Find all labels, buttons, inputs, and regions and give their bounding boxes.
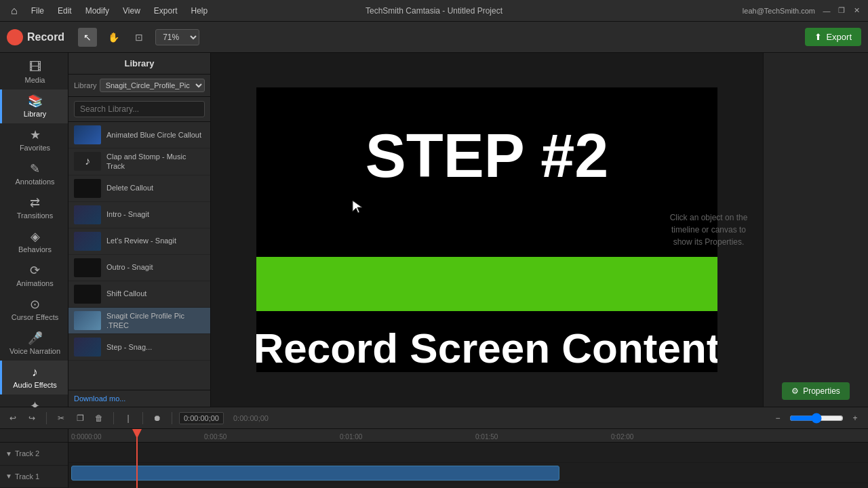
library-item-8-thumb (74, 311, 101, 330)
ruler-mark-3: 0:01:50 (475, 433, 498, 441)
sidebar-item-media[interactable]: 🎞 Media (0, 56, 68, 89)
ruler-mark-2: 0:01:00 (340, 433, 362, 441)
canvas-area: STEP #2 Record Screen Content Click an o… (211, 53, 763, 407)
sidebar-item-cursor-effects[interactable]: ⊙ Cursor Effects (0, 293, 68, 327)
media-icon: 🎞 (29, 61, 41, 73)
library-search-input[interactable] (74, 101, 205, 117)
timeline-labels: ▼ Track 2 ▼ Track 1 (0, 429, 68, 488)
redo-button[interactable]: ↪ (24, 411, 39, 426)
library-panel: Library Library Snagit_Circle_Profile_Pi… (68, 53, 211, 407)
library-item-9-thumb (74, 338, 101, 357)
sidebar-item-favorites[interactable]: ★ Favorites (0, 123, 68, 157)
menu-item-home-icon[interactable]: ⌂ (5, 3, 23, 18)
undo-button[interactable]: ↩ (5, 411, 20, 426)
export-icon: ⬆ (814, 32, 822, 42)
canvas-bg: STEP #2 Record Screen Content (256, 87, 717, 372)
record-label: Record (27, 31, 64, 43)
titlebar: ⌂ File Edit Modify View Export Help Tech… (0, 0, 868, 22)
timeline-zoom-slider[interactable] (789, 413, 844, 424)
record-button[interactable]: ⏺ (150, 411, 165, 426)
export-button[interactable]: ⬆ Export (805, 28, 861, 46)
library-item-7-thumb (74, 285, 101, 304)
behaviors-icon: ◈ (31, 230, 40, 243)
canvas-green-bar (256, 257, 717, 311)
split-button[interactable]: | (121, 411, 136, 426)
delete-button[interactable]: 🗑 (92, 411, 106, 426)
library-item-4[interactable]: Intro - Snagit (68, 202, 210, 228)
crop-tool-button[interactable]: ⊡ (130, 28, 149, 47)
sidebar: 🎞 Media 📚 Library ★ Favorites ✎ Annotati… (0, 53, 68, 407)
properties-button[interactable]: ⚙ Properties (782, 382, 850, 400)
sidebar-item-library[interactable]: 📚 Library (0, 89, 68, 123)
cursor-effects-icon: ⊙ (30, 298, 40, 310)
minimize-button[interactable]: — (821, 5, 833, 17)
user-area: leah@TechSmith.com — ❐ ✕ (743, 5, 863, 17)
window-controls: — ❐ ✕ (821, 5, 863, 17)
library-item-1[interactable]: Animated Blue Circle Callout (68, 122, 210, 148)
menu-export[interactable]: Export (149, 5, 183, 17)
select-tool-button[interactable]: ↖ (78, 28, 97, 47)
sidebar-item-animations[interactable]: ⟳ Animations (0, 259, 68, 293)
pan-tool-button[interactable]: ✋ (104, 28, 123, 47)
library-item-5[interactable]: Let's Review - Snagit (68, 228, 210, 255)
library-item-1-name: Animated Blue Circle Callout (106, 130, 201, 140)
track1-collapse[interactable]: ▼ (5, 472, 12, 480)
zoom-select[interactable]: 71% 50% 100% (155, 29, 199, 45)
export-label: Export (826, 32, 852, 42)
zoom-minus-button[interactable]: − (770, 411, 785, 426)
cut-button[interactable]: ✂ (54, 411, 68, 426)
copy-button[interactable]: ❐ (73, 411, 87, 426)
timeline-content: ▼ Track 2 ▼ Track 1 0:0000:00 0:00:50 0:… (0, 429, 868, 488)
library-dropdown-select[interactable]: Snagit_Circle_Profile_Pic (100, 79, 205, 92)
maximize-button[interactable]: ❐ (835, 5, 848, 17)
menu-file[interactable]: File (26, 5, 50, 17)
user-email: leah@TechSmith.com (743, 7, 815, 15)
sidebar-item-audio-effects[interactable]: ♪ Audio Effects (0, 361, 68, 394)
main-layout: 🎞 Media 📚 Library ★ Favorites ✎ Annotati… (0, 53, 868, 407)
menu-modify[interactable]: Modify (80, 5, 115, 17)
track2-row (68, 443, 868, 463)
track1-row (68, 463, 868, 483)
download-link[interactable]: Download mo... (74, 394, 125, 403)
sidebar-item-label-animations: Animations (16, 279, 53, 287)
timeline-tracks[interactable]: 0:0000:00 0:00:50 0:01:00 0:01:50 0:02:0… (68, 429, 868, 488)
ruler-mark-0: 0:0000:00 (71, 433, 102, 441)
menu-help[interactable]: Help (186, 5, 214, 17)
track1-label: ▼ Track 1 (0, 466, 68, 489)
library-item-2[interactable]: ♪ Clap and Stomp - Music Track (68, 148, 210, 176)
sidebar-item-label-library: Library (24, 110, 47, 118)
ruler-mark-4: 0:02:00 (611, 433, 633, 441)
menu-view[interactable]: View (117, 5, 146, 17)
app-logo-icon (7, 29, 23, 45)
menu-bar: ⌂ File Edit Modify View Export Help (5, 3, 213, 18)
track1-name: Track 1 (15, 472, 39, 481)
library-item-8[interactable]: Snagit Circle Profile Pic .TREC (68, 308, 210, 335)
zoom-plus-button[interactable]: + (848, 411, 863, 426)
sidebar-item-behaviors[interactable]: ◈ Behaviors (0, 225, 68, 259)
sidebar-item-label-behaviors: Behaviors (18, 245, 52, 253)
canvas-hint-text: Click an object on the timeline or canva… (668, 211, 749, 248)
close-button[interactable]: ✕ (850, 5, 863, 17)
timeline-area: ↩ ↪ ✂ ❐ 🗑 | ⏺ 0:00:00;00 0:00:00;00 − + … (0, 407, 868, 488)
sidebar-item-voice-narration[interactable]: 🎤 Voice Narration (0, 327, 68, 361)
library-item-9[interactable]: Step - Snag... (68, 334, 210, 361)
library-item-3-thumb (74, 179, 101, 198)
library-item-3[interactable]: Delete Callout (68, 176, 210, 202)
library-item-7[interactable]: Shift Callout (68, 281, 210, 308)
track1-clip[interactable] (71, 466, 559, 481)
app-title: TechSmith Camtasia - Untitled Project (366, 6, 502, 16)
sidebar-item-label-cursor-effects: Cursor Effects (12, 313, 59, 321)
library-dropdown-row: Library Snagit_Circle_Profile_Pic (68, 75, 210, 97)
library-item-6[interactable]: Outro - Snagit (68, 255, 210, 281)
toolbar-separator-3 (142, 412, 143, 424)
sidebar-item-transitions[interactable]: ⇄ Transitions (0, 191, 68, 225)
track2-name: Track 2 (15, 449, 39, 458)
menu-edit[interactable]: Edit (52, 5, 77, 17)
track2-collapse[interactable]: ▼ (5, 450, 12, 458)
sidebar-item-annotations[interactable]: ✎ Annotations (0, 157, 68, 191)
sidebar-item-label-audio-effects: Audio Effects (13, 381, 57, 389)
library-item-4-thumb (74, 205, 101, 224)
sidebar-item-label-media: Media (25, 76, 45, 84)
annotations-icon: ✎ (30, 163, 40, 175)
transitions-icon: ⇄ (30, 197, 40, 209)
